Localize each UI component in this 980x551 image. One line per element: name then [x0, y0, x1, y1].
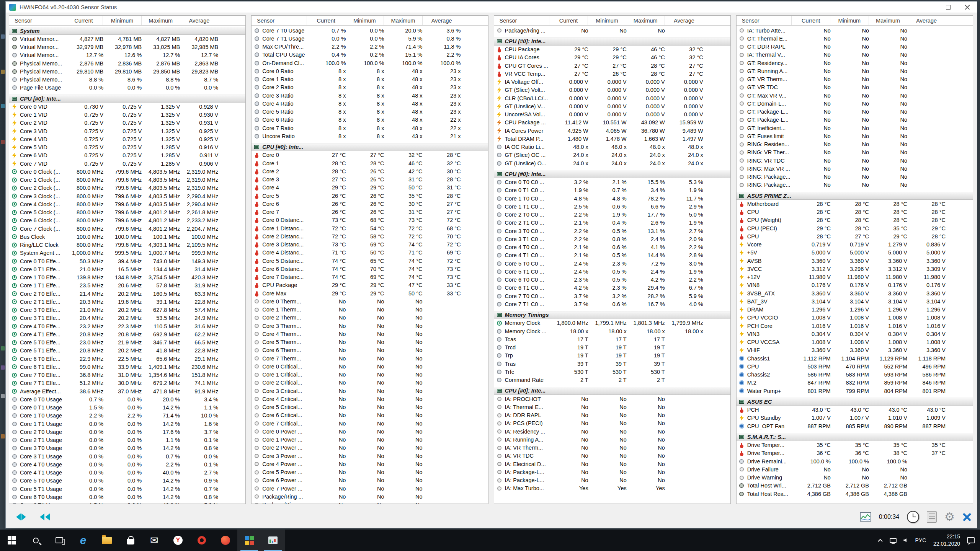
column-header-current[interactable]: Current [64, 16, 103, 25]
sensor-row[interactable]: Core 0 T0 Usage0.7 %0.0 %20.0 %3.4 % [9, 395, 245, 403]
sensor-row[interactable]: Core 5 T0 Usage0.0 %0.0 %14.2 %0.9 % [9, 477, 245, 485]
sensor-row[interactable]: Core 3 T0 Effe...21.0 MHz20.2 MHz627.8 M… [9, 306, 245, 314]
sensor-row[interactable]: Physical Memo...29,810 MB29,810 MB29,850… [9, 67, 245, 75]
sensor-row[interactable]: Average Effect...38.6 MHz37.0 MHz471.8 M… [9, 387, 245, 395]
sensor-row[interactable]: IA: Package-L...NoNoNo [494, 468, 730, 476]
sensor-row[interactable]: Core 4 Therm...NoNoNo [252, 330, 488, 338]
hwinfo-taskbar-button[interactable] [237, 530, 261, 551]
sensor-row[interactable]: Core 1 VID0.725 V0.725 V1.325 V0.930 V [9, 111, 245, 119]
sensor-row[interactable]: Core 2 T1 Usage0.0 %0.0 %1.1 %0.1 % [9, 436, 245, 444]
hwinfo-sensors-taskbar-button[interactable] [261, 530, 285, 551]
sensor-row[interactable]: Core 5 Clock (...800.0 MHz799.6 MHz4,801… [9, 209, 245, 217]
sensor-row[interactable]: Core 4 Ratio8 x8 x48 x23 x [252, 99, 488, 108]
column-header-sensor[interactable]: Sensor [9, 16, 64, 25]
sensor-row[interactable]: Core 0 Therm...NoNoNo [252, 297, 488, 305]
sensor-row[interactable]: IA OC Ratio Li...48.0 x48.0 x48.0 x48.0 … [494, 143, 730, 151]
sensor-row[interactable]: Core Max29 °C29 °C50 °C33 °C [252, 289, 488, 297]
sensor-row[interactable]: Core 4 T0 Usage0.0 %0.0 %2.2 %0.1 % [9, 460, 245, 468]
sensor-row[interactable]: Core 1 Distanc...72 °C54 °C72 °C68 °C [252, 224, 488, 232]
sensor-row[interactable]: Core 327 °C26 °C31 °C28 °C [252, 176, 488, 184]
sensor-row[interactable]: Core 5 T1 Effe...20.8 MHz20.2 MHz41.8 MH… [9, 347, 245, 355]
sensor-row[interactable]: Core 6 Critical...NoNoNo [252, 411, 488, 419]
sensor-row[interactable]: Memory Clock1,800.0 MHz1,799.1 MHz1,801.… [494, 319, 730, 327]
opera-browser-button[interactable] [190, 530, 214, 551]
sensor-row[interactable]: Core 1 T1 Usage0.0 %0.0 %14.2 %1.6 % [9, 420, 245, 428]
sensor-row[interactable]: Package/Ring ...NoNoNo [494, 26, 730, 34]
sensor-row[interactable]: Core 7 Clock (...800.0 MHz799.6 MHz4,801… [9, 225, 245, 233]
sensor-row[interactable]: Core 0 T1 Effe...21.0 MHz16.5 MHz134.4 M… [9, 265, 245, 273]
sensor-row[interactable]: CPU VCCIO1.008 V1.008 V1.008 V1.008 V [737, 314, 973, 322]
sensor-row[interactable]: GT: VR TDCNoNoNo [737, 83, 973, 91]
sensor-row[interactable]: Core 2 VID0.725 V0.725 V1.325 V0.931 V [9, 119, 245, 127]
sensor-row[interactable]: Core 429 °C29 °C50 °C31 °C [252, 184, 488, 192]
sensor-row[interactable]: GT (Slice) OC ...24.0 x24.0 x24.0 x24.0 … [494, 151, 730, 159]
sensor-row[interactable]: Uncore/SA Vol...0.000 V0.000 V0.000 V0.0… [494, 111, 730, 119]
sensor-row[interactable]: PCH Core1.016 V1.016 V1.016 V1.016 V [737, 322, 973, 330]
volume-icon[interactable] [903, 538, 906, 542]
sensor-row[interactable]: Vcore0.719 V0.719 V1.279 V0.836 V [737, 241, 973, 249]
sensor-row[interactable]: Core 7 Ratio8 x8 x48 x22 x [252, 124, 488, 132]
sensor-row[interactable]: Core 1 Clock (...800.0 MHz799.6 MHz4,803… [9, 176, 245, 184]
sensor-row[interactable]: Core 4 T1 C0 ...2.1 %0.5 %14.4 %2.8 % [494, 251, 730, 259]
column-header-current[interactable]: Current [791, 16, 830, 25]
sensor-row[interactable]: Drive FailureNoNoNo [737, 465, 973, 473]
sensor-row[interactable]: Core 626 °C26 °C30 °C27 °C [252, 200, 488, 208]
sensor-row[interactable]: Virtual Memor...12.7 %12.6 %12.7 %12.7 % [9, 51, 245, 59]
polling-clock-icon[interactable] [907, 511, 919, 523]
sensor-row[interactable]: Total Host Rea...4,386 GB4,386 GB4,386 G… [737, 490, 973, 498]
column-header-maximum[interactable]: Maximum [141, 16, 180, 25]
column-header-minimum[interactable]: Minimum [830, 16, 869, 25]
sensor-row[interactable]: Core 6 T0 C0 ...2.3 %0.5 %4.2 %2.2 % [494, 276, 730, 284]
sensor-row[interactable]: IA: Max Turbo...YesYesYes [494, 484, 730, 492]
sensor-row[interactable]: GT: Package-L...NoNoNo [737, 116, 973, 124]
sensor-row[interactable]: Physical Memo...8.8 %8.6 %8.8 %8.7 % [9, 76, 245, 84]
sensor-row[interactable]: Total CPU Usage0.4 %0.2 %15.1 %2.2 % [252, 51, 488, 59]
column-header-maximum[interactable]: Maximum [384, 16, 422, 25]
sensor-row[interactable]: Core 4 T1 Effe...20.8 MHz20.8 MHz692.9 M… [9, 330, 245, 338]
sensor-row[interactable]: On-Demand Cl...100.0 %100.0 %100.0 %100.… [252, 59, 488, 67]
sensor-row[interactable]: Core 6 T0 Usage0.0 %0.0 %14.2 %0.8 % [9, 493, 245, 501]
sensor-row[interactable]: IA: Electrical D...NoNoNo [494, 460, 730, 468]
sensor-row[interactable]: Core 5 Ratio8 x8 x48 x23 x [252, 108, 488, 116]
sensor-row[interactable]: PCH43.0 °C43.0 °C43.0 °C43.0 °C [737, 406, 973, 414]
column-header-average[interactable]: Average [907, 16, 946, 25]
sensor-row[interactable]: Core 7 T0 C0 ...3.7 %3.2 %28.2 %5.9 % [494, 292, 730, 300]
maximize-button[interactable] [939, 2, 958, 13]
file-explorer-button[interactable] [95, 530, 119, 551]
sensor-row[interactable]: Core 0 Power ...NoNoNo [252, 427, 488, 435]
store-button[interactable] [119, 530, 142, 551]
sensor-row[interactable]: Drive Remaini...100.0 %100.0 %100.0 % [737, 457, 973, 465]
sensor-row[interactable]: Core 3 Ratio8 x8 x48 x23 x [252, 91, 488, 99]
sensor-row[interactable]: RING: Package...NoNoNo [737, 181, 973, 189]
desktop-shortcut-icon[interactable] [1, 365, 5, 370]
sensor-row[interactable]: Core 726 °C26 °C31 °C27 °C [252, 208, 488, 216]
sensor-row[interactable]: Trcd19 T19 T19 T [494, 344, 730, 352]
desktop-shortcut-icon[interactable] [1, 104, 5, 108]
desktop-shortcut-icon[interactable] [1, 70, 5, 74]
sensor-row[interactable]: Core 526 °C26 °C35 °C28 °C [252, 192, 488, 200]
column-header-sensor[interactable]: Sensor [494, 16, 549, 25]
sensor-row[interactable]: Drive WarningNoNoNo [737, 474, 973, 482]
sensor-row[interactable]: Max CPU/Thre...2.2 %2.2 %71.4 %11.8 % [252, 43, 488, 51]
sensor-group-header[interactable]: CPU [#0]: Inte... [9, 95, 245, 103]
browser-button[interactable] [214, 530, 237, 551]
sensor-row[interactable]: 3VSB_ATX3.360 V3.360 V3.360 V3.360 V [737, 289, 973, 297]
sensor-row[interactable]: IA: VR TDCNoNoNo [494, 452, 730, 460]
sensor-row[interactable]: Core 7 T1 C0 ...3.7 %0.6 %16.7 %4.0 % [494, 300, 730, 308]
sensor-row[interactable]: Core 0 Clock (...800.0 MHz799.6 MHz4,803… [9, 168, 245, 176]
sensor-row[interactable]: Core 0 T1 C0 ...1.9 %0.7 %3.4 %1.9 % [494, 186, 730, 194]
sensor-row[interactable]: Trfc530 T530 T530 T [494, 368, 730, 376]
sensor-row[interactable]: Virtual Memor...4,827 MB4,781 MB4,827 MB… [9, 35, 245, 43]
sensor-row[interactable]: CPU IA Cores29 °C29 °C46 °C32 °C [494, 54, 730, 62]
previous-sensor-button[interactable] [11, 510, 31, 524]
column-header-sensor[interactable]: Sensor [252, 16, 306, 25]
sensor-row[interactable]: Core 3 Critical...NoNoNo [252, 387, 488, 395]
settings-gear-icon[interactable]: ⚙ [944, 511, 955, 523]
sensor-row[interactable]: Core 7 VID0.725 V0.725 V1.285 V0.906 V [9, 160, 245, 168]
sensor-row[interactable]: RING: Residen...NoNoNo [737, 140, 973, 148]
sensor-row[interactable]: Core 0 VID0.730 V0.725 V1.325 V0.928 V [9, 103, 245, 111]
sensor-row[interactable]: Core 4 Clock (...800.0 MHz799.6 MHz4,803… [9, 200, 245, 208]
sensor-row[interactable]: Core 7 Critical...NoNoNo [252, 419, 488, 427]
desktop-shortcut-icon[interactable] [1, 434, 5, 439]
sensor-row[interactable]: IA: Turbo Atte...NoNoNo [737, 26, 973, 34]
